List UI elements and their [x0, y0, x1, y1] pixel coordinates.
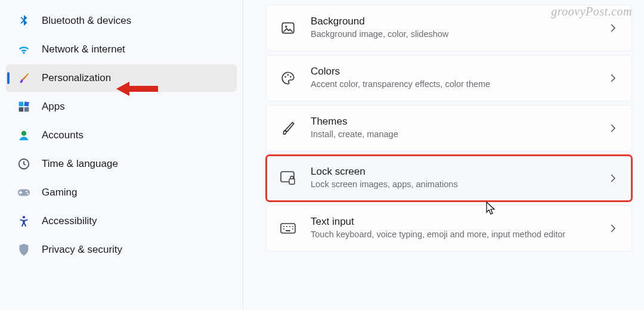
settings-panel-personalization: Background Background image, color, slid…	[243, 0, 644, 310]
row-themes[interactable]: Themes Install, create, manage	[266, 105, 632, 151]
sidebar-item-label: Apps	[42, 101, 65, 113]
chevron-right-icon	[608, 23, 618, 33]
row-text-input[interactable]: Text input Touch keyboard, voice typing,…	[266, 205, 632, 252]
svg-point-20	[289, 226, 290, 227]
sidebar-item-label: Gaming	[42, 187, 78, 199]
svg-point-12	[284, 76, 286, 78]
svg-point-13	[287, 74, 289, 76]
svg-rect-1	[24, 101, 29, 107]
row-title: Colors	[311, 66, 593, 78]
clock-globe-icon	[17, 157, 31, 171]
apps-icon	[17, 100, 31, 114]
svg-rect-24	[286, 230, 290, 231]
chevron-right-icon	[608, 173, 618, 184]
svg-point-18	[283, 226, 284, 227]
svg-point-7	[26, 191, 27, 193]
sidebar-item-label: Privacy & security	[42, 244, 122, 256]
sidebar-item-apps[interactable]: Apps	[6, 93, 237, 120]
chevron-right-icon	[608, 123, 618, 134]
sidebar-item-label: Accounts	[42, 129, 83, 141]
svg-point-9	[23, 216, 25, 218]
keyboard-icon	[280, 220, 296, 237]
sidebar-item-privacy[interactable]: Privacy & security	[6, 236, 237, 264]
lockscreen-icon	[280, 170, 296, 187]
shield-icon	[17, 243, 31, 257]
watermark: groovyPost.com	[551, 5, 632, 18]
gamepad-icon	[17, 185, 31, 200]
row-title: Themes	[311, 116, 593, 128]
row-colors[interactable]: Colors Accent color, transparency effect…	[266, 55, 632, 101]
row-lock-screen[interactable]: Lock screen Lock screen images, apps, an…	[266, 155, 632, 202]
row-title: Text input	[311, 216, 593, 228]
accessibility-icon	[17, 214, 31, 228]
row-subtitle: Install, create, manage	[311, 129, 593, 141]
row-subtitle: Background image, color, slideshow	[311, 29, 593, 41]
sidebar-item-bluetooth[interactable]: Bluetooth & devices	[6, 7, 237, 35]
sidebar-item-gaming[interactable]: Gaming	[6, 179, 237, 206]
svg-point-4	[21, 131, 26, 136]
row-subtitle: Lock screen images, apps, animations	[311, 179, 593, 191]
svg-point-8	[27, 193, 29, 194]
sidebar-item-network[interactable]: Network & internet	[6, 36, 237, 63]
image-icon	[280, 20, 296, 36]
svg-point-21	[292, 226, 293, 227]
brush-icon	[280, 120, 296, 137]
sidebar-item-label: Bluetooth & devices	[42, 15, 131, 27]
svg-point-19	[286, 226, 287, 227]
row-subtitle: Accent color, transparency effects, colo…	[311, 79, 593, 91]
settings-sidebar: Bluetooth & devices Network & internet P…	[0, 0, 243, 310]
row-title: Lock screen	[311, 166, 593, 178]
svg-rect-3	[24, 107, 29, 112]
paintbrush-icon	[17, 71, 31, 85]
sidebar-item-label: Personalization	[42, 72, 111, 84]
svg-point-14	[290, 76, 292, 78]
bluetooth-icon	[17, 14, 31, 28]
sidebar-item-label: Network & internet	[42, 44, 125, 55]
sidebar-item-accessibility[interactable]: Accessibility	[6, 207, 237, 235]
wifi-icon	[17, 42, 31, 57]
sidebar-item-time-language[interactable]: Time & language	[6, 150, 237, 178]
svg-point-23	[292, 228, 293, 230]
palette-icon	[280, 70, 296, 86]
svg-point-22	[283, 228, 284, 230]
sidebar-item-label: Accessibility	[42, 215, 97, 227]
chevron-right-icon	[608, 223, 618, 234]
person-icon	[17, 128, 31, 142]
svg-rect-17	[281, 224, 295, 233]
row-subtitle: Touch keyboard, voice typing, emoji and …	[311, 229, 593, 241]
sidebar-item-accounts[interactable]: Accounts	[6, 122, 237, 149]
sidebar-item-personalization[interactable]: Personalization	[6, 64, 237, 92]
svg-rect-2	[19, 107, 24, 112]
sidebar-item-label: Time & language	[42, 158, 118, 170]
svg-rect-0	[19, 102, 24, 107]
chevron-right-icon	[608, 73, 618, 83]
svg-point-11	[285, 26, 287, 27]
svg-rect-16	[289, 179, 295, 184]
